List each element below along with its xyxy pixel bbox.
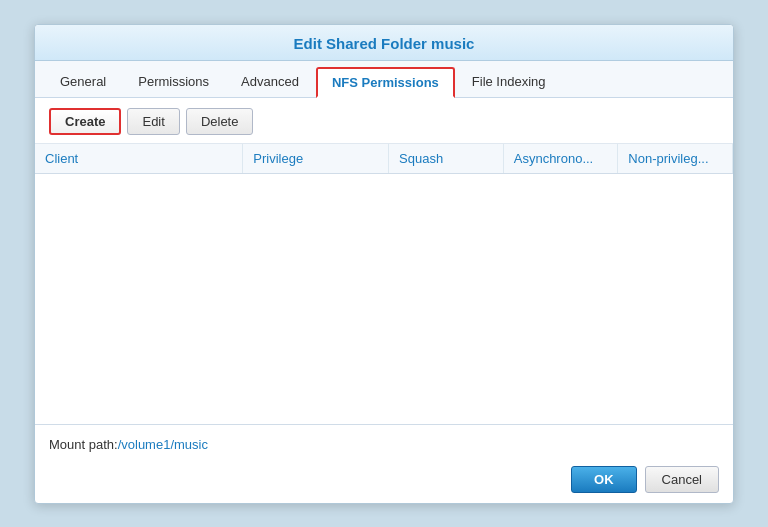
table-header: Client Privilege Squash Asynchrono... No…: [35, 144, 733, 174]
tab-general[interactable]: General: [45, 67, 121, 97]
create-button[interactable]: Create: [49, 108, 121, 135]
col-header-client: Client: [35, 144, 243, 173]
mount-path-label: Mount path:: [49, 437, 118, 452]
col-header-privilege: Privilege: [243, 144, 389, 173]
dialog-title: Edit Shared Folder music: [35, 25, 733, 61]
tab-file-indexing[interactable]: File Indexing: [457, 67, 561, 97]
cancel-button[interactable]: Cancel: [645, 466, 719, 493]
tab-nfs-permissions[interactable]: NFS Permissions: [316, 67, 455, 98]
ok-button[interactable]: OK: [571, 466, 637, 493]
edit-shared-folder-dialog: Edit Shared Folder music General Permiss…: [34, 24, 734, 504]
mount-path: Mount path:/volume1/music: [49, 433, 719, 454]
col-header-async: Asynchrono...: [504, 144, 619, 173]
table-body: [35, 174, 733, 424]
toolbar: Create Edit Delete: [35, 98, 733, 144]
col-header-squash: Squash: [389, 144, 504, 173]
dialog-footer: Mount path:/volume1/music OK Cancel: [35, 424, 733, 503]
col-header-nonpriv: Non-privileg...: [618, 144, 733, 173]
edit-button[interactable]: Edit: [127, 108, 179, 135]
mount-path-value: /volume1/music: [118, 437, 208, 452]
tab-bar: General Permissions Advanced NFS Permiss…: [35, 61, 733, 98]
tab-permissions[interactable]: Permissions: [123, 67, 224, 97]
delete-button[interactable]: Delete: [186, 108, 254, 135]
footer-buttons: OK Cancel: [49, 462, 719, 495]
tab-advanced[interactable]: Advanced: [226, 67, 314, 97]
